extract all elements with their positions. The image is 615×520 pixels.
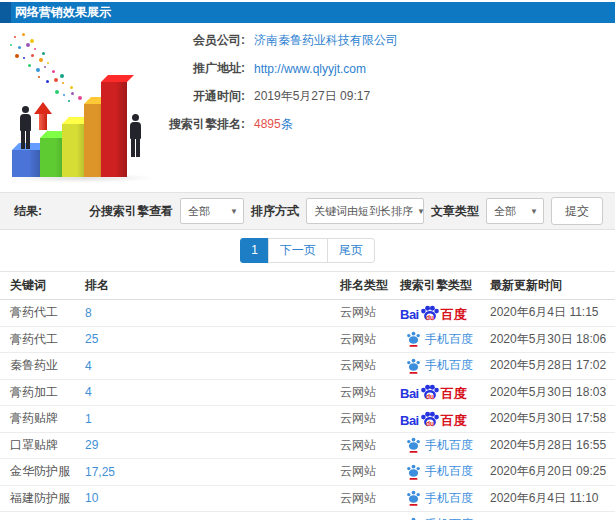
open-time-label: 开通时间: — [145, 88, 245, 105]
rank-link[interactable]: 8 — [85, 306, 340, 320]
mobile-baidu-logo: 手机百度 — [406, 357, 473, 374]
confetti-dot — [47, 62, 49, 64]
engine-cell: 手机百度 — [400, 490, 490, 507]
table-row: 福建防护服 10 云网站 手机百度 2020年6月4日 11:10 — [0, 486, 615, 513]
col-header-engine-type: 搜索引擎类型 — [400, 277, 490, 294]
mobile-baidu-paw-icon — [406, 358, 421, 374]
rank-link[interactable]: 10 — [85, 491, 340, 505]
table-row: 膏药代工 25 云网站 手机百度 2020年5月30日 18:06 — [0, 327, 615, 354]
engine-cell: 手机百度 — [400, 516, 490, 520]
svg-text:du: du — [426, 420, 434, 427]
confetti-dot — [78, 96, 82, 100]
chart-bar-5 — [101, 82, 127, 177]
page-title: 网络营销效果展示 — [0, 2, 615, 23]
rank-type-cell: 云网站 — [340, 304, 400, 321]
engine-filter-label: 分搜索引擎查看 — [89, 203, 173, 220]
engine-cell: 手机百度 — [400, 437, 490, 454]
article-type-select[interactable]: 全部 ▼ — [486, 198, 544, 224]
sort-filter-label: 排序方式 — [251, 203, 299, 220]
table-row: 秦鲁药业 4 云网站 手机百度 2020年5月28日 17:02 — [0, 353, 615, 380]
confetti-dot — [55, 90, 59, 94]
mobile-baidu-logo: 手机百度 — [406, 463, 473, 480]
confetti-dot — [18, 46, 21, 49]
baidu-paw-icon: du — [420, 305, 440, 322]
rank-type-cell: 云网站 — [340, 490, 400, 507]
rank-link[interactable]: 29 — [85, 438, 340, 452]
engine-cell: 手机百度 — [400, 357, 490, 374]
update-time-cell: 2020年6月20日 09:25 — [490, 463, 615, 480]
table-row: 手机百度 — [0, 512, 615, 520]
rank-type-cell: 云网站 — [340, 463, 400, 480]
update-time-cell: 2020年6月4日 11:15 — [490, 304, 615, 321]
submit-button[interactable]: 提交 — [551, 197, 603, 225]
open-time-field: 开通时间: 2019年5月27日 09:17 — [145, 89, 398, 104]
rank-link[interactable]: 1 — [85, 412, 340, 426]
sort-filter-select[interactable]: 关键词由短到长排序 ▼ — [306, 198, 424, 224]
rank-link[interactable]: 25 — [85, 332, 340, 346]
sort-filter-value: 关键词由短到长排序 — [314, 204, 413, 219]
col-header-keyword: 关键词 — [10, 277, 85, 294]
rank-type-cell: 云网站 — [340, 410, 400, 427]
confetti-dot — [10, 44, 12, 46]
results-table-body: 膏药代工 8 云网站 Baidu百度 2020年6月4日 11:15 膏药代工 … — [0, 300, 615, 520]
confetti-dot — [60, 74, 64, 78]
next-page-button[interactable]: 下一页 — [268, 238, 328, 263]
rank-link[interactable]: 17,25 — [85, 465, 340, 479]
chart-bar-1 — [12, 150, 42, 177]
businessman-figure-left — [20, 106, 31, 149]
page-1-button[interactable]: 1 — [240, 238, 269, 263]
confetti-dot — [38, 76, 40, 78]
pagination: 1 下一页 尾页 — [0, 238, 615, 263]
ranking-count-number: 4895 — [254, 117, 281, 131]
update-time-cell: 2020年5月30日 18:06 — [490, 331, 615, 348]
confetti-dot — [68, 100, 70, 102]
confetti-dot — [52, 70, 55, 73]
keyword-cell: 福建防护服 — [10, 490, 85, 507]
results-table: 关键词 排名 排名类型 搜索引擎类型 最新更新时间 膏药代工 8 云网站 Bai… — [0, 271, 615, 520]
rank-link[interactable]: 4 — [85, 359, 340, 373]
baidu-paw-icon: du — [420, 384, 440, 401]
confetti-dot — [34, 48, 36, 50]
confetti-dot — [31, 54, 34, 57]
confetti-dot — [62, 82, 64, 84]
update-time-cell: 2020年5月28日 17:02 — [490, 357, 615, 374]
keyword-cell: 膏药加工 — [10, 384, 85, 401]
engine-cell: 手机百度 — [400, 331, 490, 348]
table-row: 膏药代工 8 云网站 Baidu百度 2020年6月4日 11:15 — [0, 300, 615, 327]
baidu-logo: Baidu百度 — [400, 384, 467, 400]
confetti-dot — [15, 54, 19, 58]
table-row: 膏药贴牌 1 云网站 Baidu百度 2020年5月30日 17:58 — [0, 406, 615, 433]
rank-type-cell: 云网站 — [340, 357, 400, 374]
table-row: 膏药加工 4 云网站 Baidu百度 2020年5月30日 18:03 — [0, 380, 615, 407]
mobile-baidu-logo: 手机百度 — [406, 437, 473, 454]
confetti-dot — [71, 92, 74, 95]
filter-bar: 结果: 分搜索引擎查看 全部 ▼ 排序方式 关键词由短到长排序 ▼ 文章类型 全… — [0, 192, 615, 230]
keyword-cell: 秦鲁药业 — [10, 357, 85, 374]
result-label: 结果: — [14, 203, 42, 220]
mobile-baidu-paw-icon — [406, 464, 421, 480]
rank-type-cell: 云网站 — [340, 331, 400, 348]
confetti-dot — [28, 64, 31, 67]
mobile-baidu-paw-icon — [406, 490, 421, 506]
confetti-dot — [36, 68, 40, 72]
chevron-down-icon: ▼ — [230, 207, 238, 216]
engine-cell: 手机百度 — [400, 463, 490, 480]
promo-url-link[interactable]: http://www.qlyyjt.com — [254, 62, 366, 76]
ranking-count-unit: 条 — [281, 117, 293, 131]
rank-link[interactable]: 4 — [85, 385, 340, 399]
open-time-value: 2019年5月27日 09:17 — [254, 88, 370, 105]
keyword-cell: 膏药代工 — [10, 331, 85, 348]
engine-cell: Baidu百度 — [400, 384, 490, 400]
engine-filter-select[interactable]: 全部 ▼ — [180, 198, 244, 224]
chevron-down-icon: ▼ — [530, 207, 538, 216]
mobile-baidu-logo: 手机百度 — [406, 516, 473, 520]
engine-cell: Baidu百度 — [400, 305, 490, 321]
last-page-button[interactable]: 尾页 — [327, 238, 375, 263]
article-type-value: 全部 — [494, 204, 516, 219]
company-info-panel: 会员公司: 济南秦鲁药业科技有限公司 推广地址: http://www.qlyy… — [145, 33, 398, 145]
confetti-dot — [63, 94, 65, 96]
member-company-link[interactable]: 济南秦鲁药业科技有限公司 — [254, 32, 398, 49]
update-time-cell: 2020年5月30日 17:58 — [490, 410, 615, 427]
update-time-cell: 2020年5月30日 18:03 — [490, 384, 615, 401]
engine-cell: Baidu百度 — [400, 411, 490, 427]
